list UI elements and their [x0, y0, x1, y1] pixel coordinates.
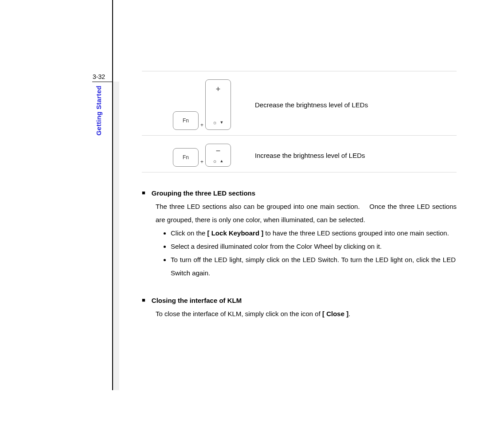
- closing-section: ■ Closing the interface of KLM To close …: [142, 294, 457, 321]
- key-bottom-glyphs: ☼ ▼: [213, 120, 224, 125]
- key-top-symbol: +: [216, 85, 221, 93]
- key-combo: Fn + − ☼ ▲: [173, 144, 255, 167]
- list-item: To turn off the LED light, simply click …: [171, 253, 457, 280]
- bullet-square-icon: ■: [142, 294, 145, 307]
- brightness-up-key: − ☼ ▲: [205, 144, 231, 167]
- section-heading: ■ Closing the interface of KLM: [142, 294, 457, 307]
- closing-text: To close the interface of KLM, simply cl…: [156, 307, 457, 321]
- hotkey-description: Increase the brightness level of LEDs: [255, 152, 365, 159]
- list-item: Select a desired illuminated color from …: [171, 240, 457, 253]
- section-heading: ■ Grouping the three LED sections: [142, 187, 457, 200]
- brightness-icon: ☼: [213, 159, 217, 164]
- brightness-down-key: + ☼ ▼: [205, 79, 231, 130]
- fn-key-label: Fn: [183, 154, 189, 161]
- page-number-rule: [92, 82, 112, 82]
- bullet-list: Click on the [ Lock Keyboard ] to have t…: [156, 227, 457, 280]
- key-bottom-glyphs: ☼ ▲: [213, 159, 224, 164]
- hotkey-description: Decrease the brightness level of LEDs: [255, 101, 368, 109]
- page-number: 3-32: [93, 73, 105, 80]
- document-page: 3-32 Getting Started Fn + + ☼ ▼ Decrease…: [0, 0, 504, 423]
- content-column: Fn + + ☼ ▼ Decrease the brightness level…: [142, 71, 457, 321]
- intro-text-a: The three LED sections also can be group…: [156, 203, 360, 210]
- closing-bold: [ Close ]: [322, 310, 348, 317]
- brightness-icon: ☼: [213, 120, 217, 125]
- bullet-square-icon: ■: [142, 187, 145, 200]
- arrow-down-icon: ▼: [220, 121, 224, 125]
- fn-key-label: Fn: [183, 118, 189, 124]
- section-intro: The three LED sections also can be group…: [156, 200, 457, 227]
- hotkey-row-increase: Fn + − ☼ ▲ Increase the brightness level…: [142, 136, 457, 172]
- fn-key: Fn: [173, 148, 199, 167]
- section-title: Closing the interface of KLM: [152, 294, 242, 307]
- closing-post: .: [348, 310, 350, 317]
- key-top-symbol: −: [216, 147, 221, 155]
- closing-pre: To close the interface of KLM, simply cl…: [156, 310, 322, 317]
- bullet-pre: To turn off the LED light, simply click …: [171, 256, 339, 263]
- section-tab: Getting Started: [95, 86, 102, 136]
- bullet-post: to have the three LED sections grouped i…: [263, 229, 449, 237]
- bullet-bold: [ Lock Keyboard ]: [207, 229, 264, 237]
- bullet-pre: Select a desired illuminated color from …: [171, 243, 382, 250]
- fn-key: Fn: [173, 111, 199, 130]
- hotkey-row-decrease: Fn + + ☼ ▼ Decrease the brightness level…: [142, 71, 457, 135]
- margin-shade: [113, 82, 119, 390]
- section-title: Grouping the three LED sections: [152, 187, 255, 200]
- plus-sign: +: [200, 122, 203, 128]
- divider: [142, 172, 457, 172]
- plus-sign: +: [200, 159, 203, 165]
- arrow-up-icon: ▲: [220, 159, 224, 163]
- list-item: Click on the [ Lock Keyboard ] to have t…: [171, 227, 457, 240]
- grouping-section: ■ Grouping the three LED sections The th…: [142, 187, 457, 280]
- bullet-pre: Click on the: [171, 229, 207, 237]
- key-combo: Fn + + ☼ ▼: [173, 79, 255, 130]
